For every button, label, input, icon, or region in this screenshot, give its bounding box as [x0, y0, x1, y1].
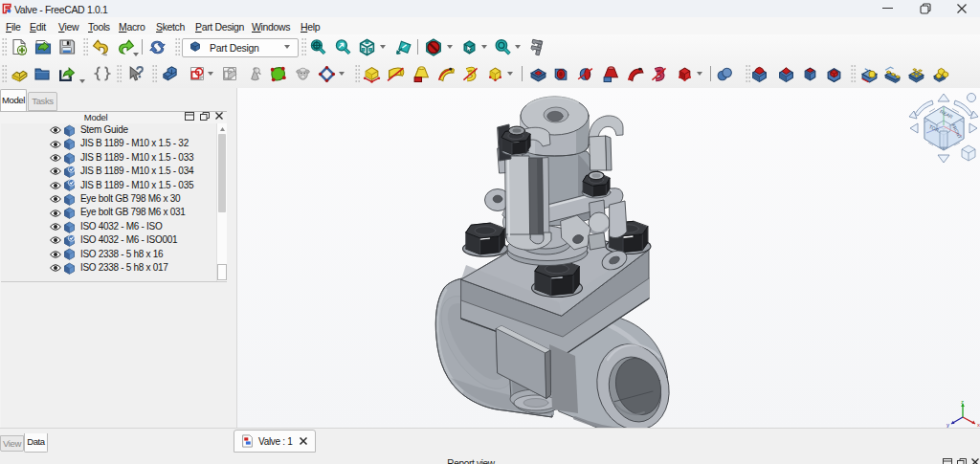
svg-text:z: z	[961, 400, 964, 405]
